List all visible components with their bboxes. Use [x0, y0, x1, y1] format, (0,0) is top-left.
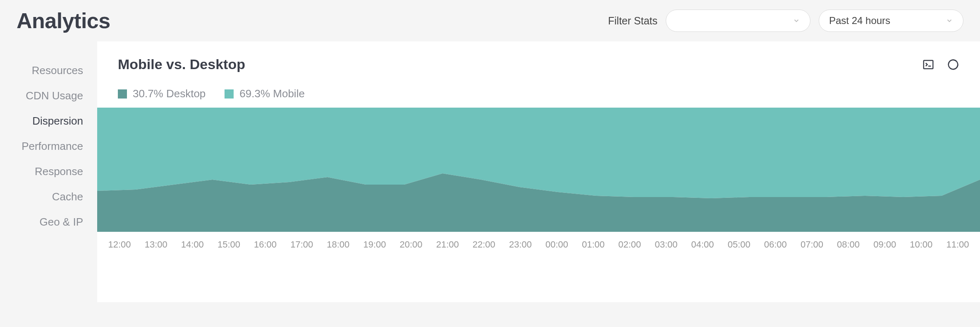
card-actions: [922, 58, 959, 71]
x-tick: 14:00: [174, 239, 210, 250]
page-title: Analytics: [17, 8, 110, 33]
x-tick: 07:00: [794, 239, 830, 250]
chevron-down-icon: [793, 17, 800, 24]
stacked-area-chart: [97, 108, 980, 232]
sidebar-item-performance[interactable]: Performance: [0, 134, 97, 159]
sidebar-item-dispersion[interactable]: Dispersion: [0, 108, 97, 134]
x-tick: 17:00: [284, 239, 320, 250]
chevron-down-icon: [946, 17, 953, 24]
legend-item-mobile[interactable]: 69.3% Mobile: [225, 87, 305, 100]
sidebar-item-label: Geo & IP: [40, 216, 84, 228]
legend-swatch-desktop: [118, 89, 127, 99]
sidebar-item-response[interactable]: Response: [0, 159, 97, 184]
chart-legend: 30.7% Desktop 69.3% Mobile: [97, 77, 980, 108]
x-tick: 08:00: [830, 239, 867, 250]
x-tick: 23:00: [502, 239, 538, 250]
time-range-value: Past 24 hours: [829, 15, 890, 26]
chart-area: 12:0013:0014:0015:0016:0017:0018:0019:00…: [97, 108, 980, 302]
sidebar-item-cache[interactable]: Cache: [0, 184, 97, 209]
svg-rect-0: [924, 60, 933, 69]
x-tick: 19:00: [356, 239, 393, 250]
sidebar-item-resources[interactable]: Resources: [0, 58, 97, 83]
time-range-select[interactable]: Past 24 hours: [819, 10, 963, 32]
sidebar-item-label: Resources: [32, 64, 83, 77]
x-tick: 09:00: [867, 239, 903, 250]
x-tick: 04:00: [684, 239, 721, 250]
card-header: Mobile vs. Desktop: [97, 41, 980, 77]
sidebar-item-label: Response: [35, 165, 83, 178]
x-tick: 20:00: [393, 239, 429, 250]
sidebar-item-cdn-usage[interactable]: CDN Usage: [0, 83, 97, 108]
filter-stats-label: Filter Stats: [608, 15, 657, 27]
x-tick: 02:00: [612, 239, 648, 250]
x-tick: 03:00: [648, 239, 684, 250]
sidebar: Resources CDN Usage Dispersion Performan…: [0, 41, 97, 302]
refresh-icon[interactable]: [947, 58, 959, 71]
filter-stats-select[interactable]: [666, 10, 810, 32]
chart-card: Mobile vs. Desktop: [97, 41, 980, 302]
sidebar-item-label: Cache: [52, 190, 83, 203]
header: Analytics Filter Stats Past 24 hours: [0, 0, 980, 41]
chart-title: Mobile vs. Desktop: [118, 56, 245, 72]
legend-item-desktop[interactable]: 30.7% Desktop: [118, 87, 206, 100]
sidebar-item-label: Performance: [22, 140, 83, 152]
legend-label: 30.7% Desktop: [133, 87, 206, 100]
legend-swatch-mobile: [225, 89, 234, 99]
chart-x-axis: 12:0013:0014:0015:0016:0017:0018:0019:00…: [97, 232, 980, 262]
sidebar-item-label: CDN Usage: [26, 89, 83, 102]
x-tick: 11:00: [939, 239, 976, 250]
sidebar-item-label: Dispersion: [32, 115, 83, 127]
x-tick: 01:00: [575, 239, 612, 250]
x-tick: 21:00: [429, 239, 466, 250]
x-tick: 16:00: [247, 239, 284, 250]
x-tick: 18:00: [320, 239, 356, 250]
x-tick: 06:00: [757, 239, 794, 250]
x-tick: 13:00: [138, 239, 174, 250]
filter-group: Filter Stats Past 24 hours: [608, 10, 963, 32]
x-tick: 22:00: [466, 239, 502, 250]
x-tick: 05:00: [721, 239, 757, 250]
sidebar-item-geo-ip[interactable]: Geo & IP: [0, 209, 97, 235]
x-tick: 00:00: [539, 239, 575, 250]
x-tick: 10:00: [903, 239, 939, 250]
legend-label: 69.3% Mobile: [239, 87, 305, 100]
console-icon[interactable]: [922, 58, 935, 71]
x-tick: 15:00: [210, 239, 247, 250]
x-tick: 12:00: [101, 239, 138, 250]
